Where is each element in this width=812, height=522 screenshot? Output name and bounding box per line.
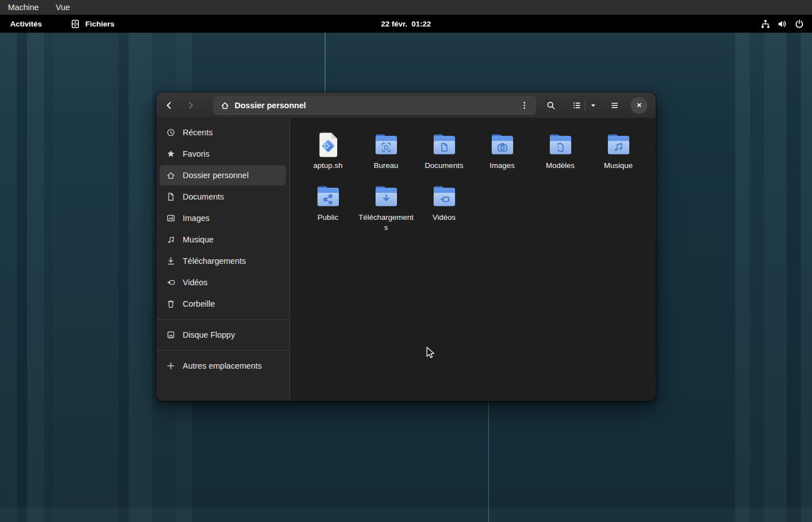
file-item-bureau[interactable]: Bureau: [357, 127, 415, 179]
location-label: Dossier personnel: [235, 101, 306, 110]
file-item-t-l-chargements[interactable]: Téléchargements: [357, 179, 415, 231]
sidebar-item-label: Téléchargements: [183, 256, 246, 266]
chevron-right-icon: [186, 101, 195, 110]
kebab-icon: [520, 101, 529, 110]
sidebar-item-label: Récents: [183, 128, 213, 137]
app-menu-button[interactable]: [606, 96, 624, 114]
sidebar-item-label: Images: [183, 214, 210, 223]
search-icon: [546, 101, 555, 110]
folder-icon: [373, 183, 400, 210]
file-label: aptup.sh: [314, 161, 343, 171]
back-button[interactable]: [161, 97, 178, 114]
file-item-images[interactable]: Images: [473, 127, 531, 179]
caret-down-icon: [589, 101, 598, 110]
view-options-button[interactable]: [585, 96, 601, 114]
power-icon[interactable]: [795, 19, 804, 29]
music-icon: [166, 235, 175, 244]
file-item-aptup-sh[interactable]: aptup.sh: [299, 127, 357, 179]
sidebar-divider: [156, 350, 289, 351]
file-browser-pane[interactable]: aptup.sh Bureau Documents Images Modèles…: [290, 118, 656, 401]
volume-icon[interactable]: [778, 19, 787, 29]
sidebar-divider: [156, 319, 289, 320]
path-bar[interactable]: Dossier personnel: [213, 96, 536, 115]
forward-button[interactable]: [182, 97, 199, 114]
folder-icon: [373, 131, 400, 158]
folder-icon: [315, 183, 342, 210]
search-button[interactable]: [542, 96, 560, 114]
file-label: Documents: [425, 161, 463, 171]
file-label: Téléchargements: [359, 213, 414, 232]
folder-icon: [605, 131, 632, 158]
folder-icon: [489, 131, 516, 158]
chevron-left-icon: [165, 101, 174, 110]
recent-icon: [166, 128, 175, 137]
vm-menubar: Machine Vue: [0, 0, 812, 15]
list-view-icon: [572, 101, 581, 110]
image-icon: [166, 214, 175, 223]
activities-button[interactable]: Activités: [0, 20, 52, 28]
folder-icon: [431, 131, 458, 158]
sidebar-item-label: Favoris: [183, 149, 210, 158]
menu-vue[interactable]: Vue: [56, 3, 70, 12]
folder-icon: [431, 183, 458, 210]
menu-machine[interactable]: Machine: [8, 3, 39, 12]
file-item-vid-os[interactable]: Vidéos: [415, 179, 473, 231]
sidebar-item-vid-os[interactable]: Vidéos: [160, 272, 286, 293]
window-close-button[interactable]: [630, 97, 647, 114]
file-item-public[interactable]: Public: [299, 179, 357, 231]
sidebar-item-dossier-personnel[interactable]: Dossier personnel: [160, 165, 286, 185]
file-label: Public: [317, 213, 338, 223]
file-label: Vidéos: [433, 213, 456, 223]
location-menu-button[interactable]: [513, 96, 536, 115]
file-item-musique[interactable]: Musique: [589, 127, 647, 179]
script-file-icon: [315, 131, 342, 158]
sidebar-item-label: Dossier personnel: [183, 171, 249, 180]
home-icon: [220, 101, 230, 110]
headerbar: Dossier personnel: [156, 92, 656, 118]
hamburger-icon: [610, 101, 619, 110]
file-label: Modèles: [546, 161, 575, 171]
home-icon: [166, 171, 175, 180]
clock-button[interactable]: 22 févr. 01:22: [0, 20, 812, 28]
file-label: Musique: [604, 161, 633, 171]
sidebar-item-favoris[interactable]: Favoris: [160, 144, 286, 164]
sidebar-item-t-l-chargements[interactable]: Téléchargements: [160, 251, 286, 271]
sidebar-item-label: Corbeille: [183, 299, 215, 308]
file-label: Bureau: [374, 161, 399, 171]
sidebar-item-label: Musique: [183, 235, 214, 244]
floppy-icon: [166, 330, 175, 339]
sidebar-item-documents[interactable]: Documents: [160, 187, 286, 207]
files-window: Dossier personnel: [156, 92, 656, 401]
download-icon: [166, 256, 175, 266]
sidebar: Récents Favoris Dossier personnel Docume…: [156, 118, 290, 401]
trash-icon: [166, 299, 175, 308]
network-icon[interactable]: [761, 19, 770, 29]
sidebar-item-r-cents[interactable]: Récents: [160, 122, 286, 143]
sidebar-item-musique[interactable]: Musique: [160, 229, 286, 250]
sidebar-item-label: Documents: [183, 192, 224, 201]
focused-app-label: Fichiers: [85, 20, 114, 28]
sidebar-list: Récents Favoris Dossier personnel Docume…: [156, 122, 289, 376]
plus-icon: [166, 361, 175, 370]
sidebar-item-label: Vidéos: [183, 278, 208, 287]
video-icon: [166, 278, 175, 287]
sidebar-item-disque-floppy[interactable]: Disque Floppy: [160, 325, 286, 345]
focused-app-button[interactable]: Fichiers: [70, 19, 114, 29]
sidebar-item-label: Disque Floppy: [183, 330, 235, 339]
close-icon: [635, 101, 643, 109]
gnome-topbar: Activités Fichiers 22 févr. 01:22: [0, 15, 812, 33]
system-tray[interactable]: [761, 15, 804, 33]
sidebar-item-autres-emplacements[interactable]: Autres emplacements: [160, 356, 286, 376]
file-label: Images: [489, 161, 514, 171]
files-grid: aptup.sh Bureau Documents Images Modèles…: [299, 127, 657, 231]
file-item-mod-les[interactable]: Modèles: [531, 127, 589, 179]
list-view-button[interactable]: [569, 96, 585, 114]
topbar-left: Activités Fichiers: [0, 15, 114, 33]
folder-icon: [547, 131, 574, 158]
view-toggle: [569, 96, 601, 114]
file-item-documents[interactable]: Documents: [415, 127, 473, 179]
sidebar-item-corbeille[interactable]: Corbeille: [160, 294, 286, 314]
screen: Machine Vue Activités Fichiers 22 févr. …: [0, 0, 812, 522]
files-app-icon: [70, 19, 80, 29]
sidebar-item-images[interactable]: Images: [160, 208, 286, 228]
